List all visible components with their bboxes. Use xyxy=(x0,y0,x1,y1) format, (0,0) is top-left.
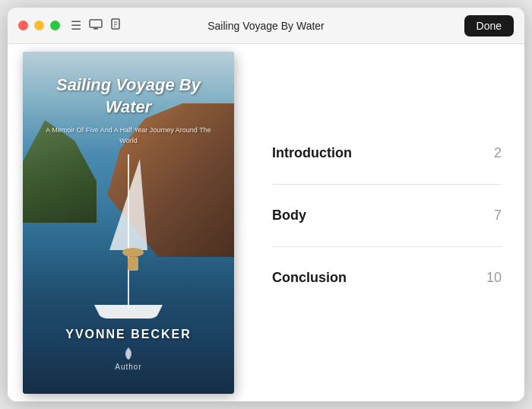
toc-chapter-conclusion: Conclusion xyxy=(272,270,347,286)
book-title: Sailing Voyage By Water xyxy=(23,75,234,118)
window-title: Sailing Voyage By Water xyxy=(207,20,325,32)
publisher-logo-icon xyxy=(121,346,136,361)
publisher-name: Author xyxy=(115,363,141,371)
book-panel: Sailing Voyage By Water A Memoir Of Five… xyxy=(8,44,249,401)
main-content: Sailing Voyage By Water A Memoir Of Five… xyxy=(8,44,524,401)
book-subtitle: A Memoir Of Five And A Half Year Journey… xyxy=(23,125,234,146)
book-author-section: YVONNE BECKER Author xyxy=(23,328,234,371)
traffic-lights xyxy=(18,21,60,30)
toc-panel: Introduction 2 Body 7 Conclusion 10 xyxy=(249,44,524,401)
app-window: ☰ Sailing Voyage By Water Done xyxy=(8,8,524,401)
list-icon[interactable]: ☰ xyxy=(71,18,81,33)
titlebar: ☰ Sailing Voyage By Water Done xyxy=(8,8,524,44)
toc-item-conclusion[interactable]: Conclusion 10 xyxy=(272,247,502,309)
book-cover: Sailing Voyage By Water A Memoir Of Five… xyxy=(23,52,234,394)
toc-chapter-body: Body xyxy=(272,208,306,224)
toc-page-conclusion: 10 xyxy=(486,270,502,286)
svg-rect-0 xyxy=(90,20,102,27)
close-button[interactable] xyxy=(18,21,28,30)
toc-item-introduction[interactable]: Introduction 2 xyxy=(272,138,502,185)
toolbar-icons: ☰ xyxy=(71,18,122,33)
doc-icon[interactable] xyxy=(110,18,122,33)
minimize-button[interactable] xyxy=(34,21,44,30)
done-button[interactable]: Done xyxy=(464,15,514,36)
monitor-icon[interactable] xyxy=(89,19,103,33)
book-publisher: Author xyxy=(115,346,141,371)
maximize-button[interactable] xyxy=(50,21,60,30)
toc-item-body[interactable]: Body 7 xyxy=(272,185,502,247)
book-author: YVONNE BECKER xyxy=(65,328,192,341)
toc-chapter-introduction: Introduction xyxy=(272,145,352,161)
book-text-overlay: Sailing Voyage By Water A Memoir Of Five… xyxy=(23,52,234,394)
toc-page-introduction: 2 xyxy=(494,145,502,161)
toc-page-body: 7 xyxy=(494,208,502,224)
